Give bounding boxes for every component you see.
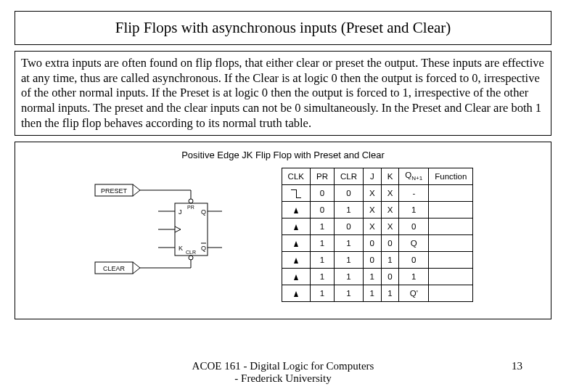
- qbar-label: Q: [201, 245, 206, 252]
- table-header: J: [363, 168, 381, 185]
- circuit-diagram: PRESET CLEAR J K PR CLR Q Q: [93, 168, 238, 291]
- clr-label: CLR: [186, 250, 196, 255]
- slide-title: Flip Flops with asynchronous inputs (Pre…: [15, 11, 551, 45]
- svg-point-7: [189, 256, 193, 260]
- truth-table: CLKPRCLRJKQN+1Function 00XX-01XX110XX011…: [282, 168, 474, 302]
- footer-line1: ACOE 161 - Digital Logic for Computers: [192, 360, 374, 372]
- body-text: Two extra inputs are often found on flip…: [15, 51, 551, 136]
- table-row: 01XX1: [282, 202, 473, 219]
- table-header: Function: [429, 168, 473, 185]
- table-header: K: [381, 168, 399, 185]
- table-row: 1100Q: [282, 235, 473, 252]
- table-header: QN+1: [399, 168, 429, 185]
- table-header: CLK: [282, 168, 310, 185]
- table-row: 11101: [282, 269, 473, 285]
- k-label: K: [179, 245, 183, 252]
- table-row: 00XX-: [282, 185, 473, 202]
- table-header: PR: [310, 168, 334, 185]
- svg-point-4: [189, 199, 193, 203]
- table-header: CLR: [334, 168, 363, 185]
- table-row: 10XX0: [282, 219, 473, 235]
- figure-box: Positive Edge JK Flip Flop with Preset a…: [15, 142, 551, 319]
- footer-line2: - Frederick University: [234, 372, 331, 384]
- pr-label: PR: [187, 205, 194, 210]
- page-number: 13: [512, 360, 522, 372]
- q-label: Q: [201, 208, 206, 216]
- j-label: J: [179, 208, 182, 216]
- clear-label: CLEAR: [103, 265, 126, 272]
- footer: ACOE 161 - Digital Logic for Computers -…: [0, 360, 566, 385]
- table-row: 11010: [282, 252, 473, 269]
- preset-label: PRESET: [101, 187, 128, 195]
- table-row: 1111Q': [282, 285, 473, 302]
- figure-title: Positive Edge JK Flip Flop with Preset a…: [21, 150, 545, 160]
